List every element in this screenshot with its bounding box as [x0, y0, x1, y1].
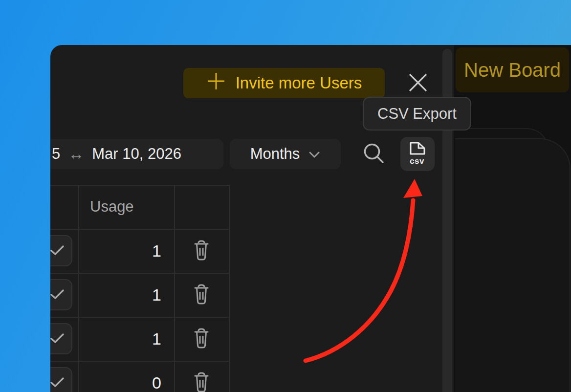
delete-row-button[interactable]: [174, 317, 229, 361]
plus-icon: [206, 71, 226, 95]
trash-icon: [192, 240, 211, 262]
delete-row-button[interactable]: [174, 273, 229, 317]
date-range-end: Mar 10, 2026: [92, 145, 181, 163]
delete-row-button[interactable]: [174, 361, 229, 392]
csv-export-tooltip-label: CSV Export: [377, 105, 457, 123]
trash-icon: [192, 327, 211, 350]
table-row: 1: [50, 317, 230, 361]
delete-row-button[interactable]: [174, 229, 229, 273]
date-range-button[interactable]: 5 ↔ Mar 10, 2026: [50, 139, 223, 169]
table-row: 1: [50, 273, 230, 317]
checkmark-icon: [50, 332, 65, 346]
range-arrow-icon: ↔: [68, 145, 84, 163]
app-screenshot-card: New Board Invite more Users: [50, 45, 571, 392]
csv-export-tooltip: CSV Export: [363, 97, 471, 131]
interval-dropdown[interactable]: Months: [230, 139, 341, 169]
csv-file-icon: csv: [407, 141, 428, 167]
invite-more-users-button[interactable]: Invite more Users: [183, 68, 385, 98]
chevron-down-icon: [308, 145, 320, 163]
row-check-button[interactable]: [50, 279, 72, 310]
new-board-label: New Board: [464, 59, 561, 81]
checkmark-icon: [50, 376, 65, 390]
table-row: 0: [50, 361, 230, 392]
usage-value: 1: [78, 273, 174, 317]
usage-table: Usage 1: [50, 185, 230, 392]
usage-column-header: Usage: [78, 185, 174, 229]
search-icon: [363, 142, 385, 166]
search-button[interactable]: [361, 141, 387, 167]
row-check-button[interactable]: [50, 323, 72, 354]
invite-more-users-label: Invite more Users: [236, 74, 362, 92]
board-preview-card-front: [455, 138, 571, 392]
close-icon: [407, 72, 429, 95]
usage-value: 0: [78, 361, 174, 392]
date-range-start: 5: [52, 145, 60, 163]
trash-icon: [192, 283, 211, 306]
csv-export-button[interactable]: csv: [400, 137, 435, 171]
row-check-button[interactable]: [50, 367, 72, 392]
trash-icon: [192, 371, 211, 392]
table-row: 1: [50, 229, 230, 273]
interval-dropdown-value: Months: [250, 145, 300, 163]
usage-value: 1: [78, 229, 174, 273]
row-check-button[interactable]: [50, 235, 72, 266]
page-background: New Board Invite more Users: [0, 0, 571, 392]
checkmark-icon: [50, 288, 65, 302]
new-board-button[interactable]: New Board: [456, 47, 569, 92]
close-button[interactable]: [406, 71, 430, 95]
checkmark-icon: [50, 244, 65, 258]
svg-text:csv: csv: [410, 156, 424, 166]
usage-value: 1: [78, 317, 174, 361]
